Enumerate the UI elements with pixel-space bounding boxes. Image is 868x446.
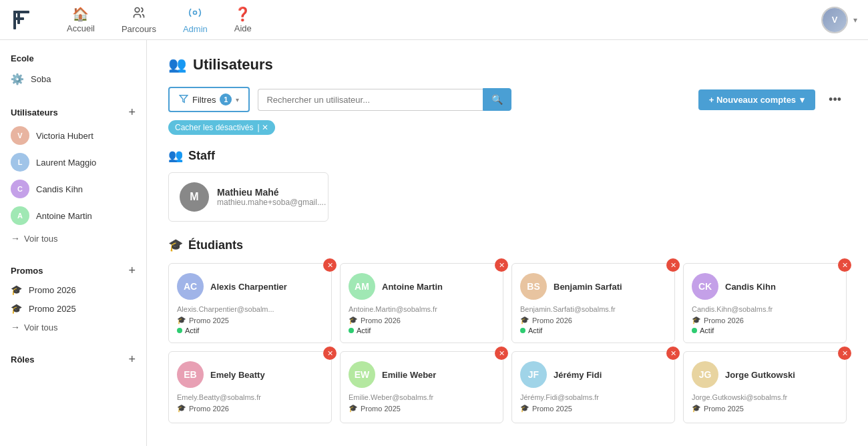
school-icon: ⚙️: [11, 73, 24, 85]
parcours-icon: [132, 6, 146, 23]
promo-grid-icon-3: 🎓: [692, 316, 701, 324]
promo-icon-2026: 🎓: [11, 284, 22, 295]
admin-icon: [188, 6, 202, 23]
school-name: Soba: [31, 74, 51, 84]
student-email-1: Antoine.Martin@sobalms.fr: [349, 305, 495, 313]
student-name-4: Emely Beatty: [210, 370, 265, 380]
filter-tag-label: Cacher les désactivés: [175, 123, 253, 132]
promo-grid-icon-5: 🎓: [349, 404, 358, 413]
add-user-button[interactable]: +: [128, 105, 136, 120]
nav-aide-label: Aide: [234, 23, 252, 33]
main-layout: Ecole ⚙️ Soba Utilisateurs + V Victoria …: [0, 40, 868, 446]
student-header-3: CK Candis Kihn: [692, 273, 838, 300]
student-card-1[interactable]: ✕ AM Antoine Martin Antoine.Martin@sobal…: [340, 263, 503, 343]
main-content: 👥 Utilisateurs Filtres 1 ▾ 🔍: [147, 40, 868, 446]
student-promo-5: 🎓 Promo 2025: [349, 404, 495, 413]
student-card-0[interactable]: ✕ AC Alexis Charpentier Alexis.Charpenti…: [168, 263, 332, 343]
student-status-2: Actif: [520, 326, 666, 334]
candis-avatar: C: [11, 180, 29, 198]
remove-student-4[interactable]: ✕: [323, 347, 337, 360]
new-accounts-button[interactable]: + Nouveaux comptes ▾: [698, 89, 815, 110]
user-dropdown-chevron[interactable]: ▾: [853, 15, 857, 25]
student-avatar-6: JF: [520, 361, 547, 388]
new-accounts-chevron-icon: ▾: [800, 95, 805, 105]
student-status-3: Actif: [692, 326, 838, 334]
students-heading: Étudiants: [188, 238, 243, 252]
student-name-1: Antoine Martin: [382, 282, 443, 292]
add-role-button[interactable]: +: [128, 353, 136, 367]
add-promo-button[interactable]: +: [128, 264, 136, 278]
remove-student-1[interactable]: ✕: [495, 258, 508, 272]
sidebar-promo-2025-label: Promo 2025: [29, 304, 76, 314]
staff-card-mathieu[interactable]: M Mathieu Mahé mathieu.mahe+soba@gmail..…: [168, 172, 329, 222]
student-card-2[interactable]: ✕ BS Benjamin Sarfati Benjamin.Sarfati@s…: [511, 263, 675, 343]
users-section-header: Utilisateurs +: [0, 100, 146, 122]
remove-student-6[interactable]: ✕: [666, 347, 680, 360]
remove-student-3[interactable]: ✕: [838, 258, 851, 272]
remove-student-0[interactable]: ✕: [323, 258, 337, 272]
staff-section-title: 👥 Staff: [168, 148, 847, 163]
home-icon: 🏠: [72, 6, 89, 22]
nav-admin[interactable]: Admin: [172, 1, 218, 39]
more-options-button[interactable]: •••: [823, 90, 847, 109]
student-header-5: EW Emilie Weber: [349, 361, 495, 388]
promo-grid-icon-7: 🎓: [692, 404, 701, 413]
svg-marker-6: [180, 95, 188, 102]
staff-section-icon: 👥: [168, 148, 183, 163]
student-status-0: Actif: [177, 326, 323, 334]
student-card-6[interactable]: ✕ JF Jérémy Fidi Jérémy.Fidi@sobalms.fr …: [511, 351, 675, 423]
staff-heading: Staff: [188, 149, 215, 163]
nav-parcours-label: Parcours: [122, 24, 156, 34]
promo-icon-2025: 🎓: [11, 303, 22, 314]
status-dot-3: [692, 328, 697, 333]
nav-admin-label: Admin: [183, 24, 208, 34]
page-heading: Utilisateurs: [193, 56, 273, 73]
filter-tag-remove[interactable]: | ✕: [257, 123, 268, 132]
arrow-right-icon: →: [11, 233, 20, 244]
svg-point-5: [194, 11, 197, 14]
sidebar-user-candis[interactable]: C Candis Kihn: [0, 176, 146, 202]
page-title: 👥 Utilisateurs: [168, 56, 847, 73]
student-name-7: Jorge Gutkowski: [725, 370, 795, 380]
sidebar-promo-2025[interactable]: 🎓 Promo 2025: [0, 299, 146, 318]
sidebar-school-soba[interactable]: ⚙️ Soba: [0, 69, 146, 89]
student-header-4: EB Emely Beatty: [177, 361, 323, 388]
sidebar-user-candis-name: Candis Kihn: [36, 184, 83, 194]
nav-aide[interactable]: ❓ Aide: [224, 1, 262, 39]
mathieu-info: Mathieu Mahé mathieu.mahe+soba@gmail....: [217, 187, 326, 207]
sidebar-user-victoria[interactable]: V Victoria Hubert: [0, 122, 146, 149]
search-input[interactable]: [258, 89, 483, 111]
student-card-5[interactable]: ✕ EW Emilie Weber Emilie.Weber@sobalms.f…: [340, 351, 503, 423]
student-card-4[interactable]: ✕ EB Emely Beatty Emely.Beatty@sobalms.f…: [168, 351, 332, 423]
user-avatar-button[interactable]: V: [821, 7, 848, 33]
remove-student-5[interactable]: ✕: [495, 347, 508, 360]
remove-student-7[interactable]: ✕: [838, 347, 851, 360]
student-avatar-3: CK: [692, 273, 718, 300]
student-header-6: JF Jérémy Fidi: [520, 361, 666, 388]
sidebar-user-antoine-name: Antoine Martin: [36, 211, 92, 221]
nav-accueil[interactable]: 🏠 Accueil: [56, 1, 105, 39]
voir-tous-promos[interactable]: → Voir tous: [0, 318, 146, 337]
app-logo[interactable]: [11, 8, 35, 32]
student-card-3[interactable]: ✕ CK Candis Kihn Candis.Kihn@sobalms.fr …: [683, 263, 847, 343]
search-button[interactable]: 🔍: [483, 88, 511, 111]
sidebar-user-antoine[interactable]: A Antoine Martin: [0, 202, 146, 229]
sidebar-promo-2026[interactable]: 🎓 Promo 2026: [0, 280, 146, 299]
filter-count-badge: 1: [220, 93, 232, 105]
sidebar-user-laurent[interactable]: L Laurent Maggio: [0, 149, 146, 176]
student-promo-0: 🎓 Promo 2025: [177, 316, 323, 324]
filter-button[interactable]: Filtres 1 ▾: [168, 87, 250, 112]
voir-tous-users[interactable]: → Voir tous: [0, 229, 146, 248]
help-icon: ❓: [234, 6, 251, 22]
student-promo-2: 🎓 Promo 2026: [520, 316, 666, 324]
more-icon: •••: [829, 93, 841, 106]
student-header-7: JG Jorge Gutkowski: [692, 361, 838, 388]
student-email-6: Jérémy.Fidi@sobalms.fr: [520, 393, 666, 401]
student-email-3: Candis.Kihn@sobalms.fr: [692, 305, 838, 313]
nav-parcours[interactable]: Parcours: [111, 1, 167, 39]
promos-section: Promos + 🎓 Promo 2026 🎓 Promo 2025 → Voi…: [0, 258, 146, 337]
users-section: Utilisateurs + V Victoria Hubert L Laure…: [0, 100, 146, 248]
student-promo-3: 🎓 Promo 2026: [692, 316, 838, 324]
student-card-7[interactable]: ✕ JG Jorge Gutkowski Jorge.Gutkowski@sob…: [683, 351, 847, 423]
remove-student-2[interactable]: ✕: [666, 258, 680, 272]
